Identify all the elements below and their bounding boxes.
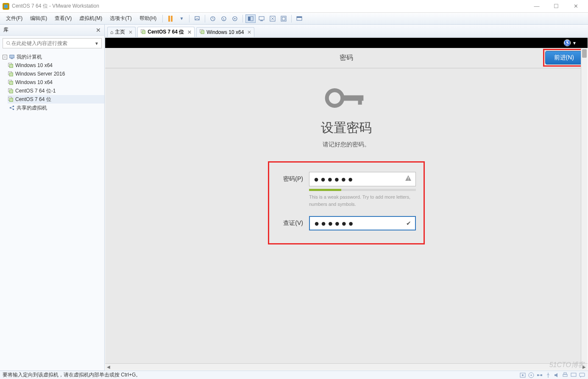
vm-content: 密码 前进(N) 设置密码 请记好您的密码。 密码(P): [105, 48, 588, 370]
svg-rect-1: [4, 5, 8, 8]
scroll-thumb[interactable]: [582, 49, 587, 58]
tree-item-label: CentOS 7 64 位-1: [15, 87, 56, 95]
warning-icon: [405, 175, 412, 183]
menu-tabs[interactable]: 选项卡(T): [106, 13, 135, 24]
svg-rect-33: [142, 31, 145, 34]
tree-item-vm[interactable]: Windows Server 2016: [8, 70, 104, 78]
vm-viewport[interactable]: ♿ ▼ 密码 前进(N) 设置密码 请记好您的密码。: [105, 38, 588, 370]
pause-button[interactable]: [165, 14, 176, 23]
svg-rect-28: [9, 98, 13, 101]
divider: [189, 15, 189, 22]
verify-label: 查证(V): [277, 219, 303, 227]
console-button[interactable]: [256, 14, 267, 23]
svg-rect-49: [571, 373, 576, 376]
tree-root-shared[interactable]: − 共享的虚拟机: [0, 104, 104, 112]
tree-item-vm[interactable]: CentOS 7 64 位-1: [8, 87, 104, 95]
verify-input[interactable]: ●●●●●● ✔: [309, 216, 416, 230]
menu-file[interactable]: 文件(F): [3, 13, 26, 24]
snapshot-button[interactable]: [208, 14, 218, 23]
highlight-next: 前进(N): [543, 49, 585, 67]
menu-view[interactable]: 查看(V): [51, 13, 75, 24]
svg-rect-39: [408, 177, 409, 179]
maximize-button[interactable]: ☐: [546, 0, 566, 13]
strength-fill: [309, 189, 341, 191]
tab-home[interactable]: ⌂主页✕: [107, 27, 136, 37]
tree-root-label: 我的计算机: [17, 53, 42, 61]
menu-edit[interactable]: 编辑(E): [27, 13, 50, 24]
titlebar: CentOS 7 64 位 - VMware Workstation — ☐ ✕: [0, 0, 588, 13]
tabs: ⌂主页✕ CentOS 7 64 位✕ Windows 10 x64✕: [105, 25, 588, 37]
key-icon: [321, 85, 372, 112]
sidebar-header-label: 库: [3, 26, 8, 34]
search-dropdown-icon[interactable]: ▼: [95, 41, 99, 46]
svg-rect-15: [297, 17, 302, 18]
svg-point-44: [531, 374, 532, 376]
computer-icon: [9, 54, 15, 60]
cd-icon[interactable]: [528, 372, 535, 379]
fullscreen-button[interactable]: [279, 14, 289, 23]
next-button[interactable]: 前进(N): [545, 51, 583, 65]
tab-windows[interactable]: Windows 10 x64✕: [196, 27, 254, 37]
power-dropdown[interactable]: ▼: [176, 14, 187, 23]
svg-rect-40: [408, 180, 409, 180]
vm-header-bar: 密码 前进(N): [105, 48, 588, 68]
search-box[interactable]: ▼: [3, 38, 102, 48]
password-input[interactable]: ●●●●●●: [309, 172, 416, 186]
svg-point-16: [7, 42, 10, 45]
sound-icon[interactable]: [553, 372, 560, 379]
tab-close-icon[interactable]: ✕: [187, 29, 192, 35]
divider: [242, 15, 243, 22]
tab-centos[interactable]: CentOS 7 64 位✕: [137, 27, 195, 37]
svg-rect-12: [281, 16, 286, 21]
tree-item-vm-selected[interactable]: CentOS 7 64 位: [8, 95, 104, 104]
vm-icon: [8, 62, 14, 68]
tree-root-mycomputer[interactable]: − 我的计算机: [0, 53, 104, 61]
page-heading: 设置密码: [105, 119, 588, 137]
vm-icon: [8, 79, 14, 85]
svg-rect-24: [9, 81, 13, 84]
window-title: CentOS 7 64 位 - VMware Workstation: [12, 3, 527, 10]
send-button[interactable]: [192, 14, 202, 23]
thumbnail-button[interactable]: [245, 14, 256, 23]
tab-close-icon[interactable]: ✕: [247, 29, 251, 35]
minimize-button[interactable]: —: [527, 0, 546, 13]
unity-button[interactable]: [294, 14, 304, 23]
vm-icon: [8, 71, 14, 77]
verify-value: ●●●●●●: [314, 219, 355, 228]
usb-icon[interactable]: [545, 372, 552, 379]
stretch-button[interactable]: [268, 14, 278, 23]
svg-rect-45: [537, 374, 539, 376]
tree-item-vm[interactable]: Windows 10 x64: [8, 78, 104, 87]
printer-icon[interactable]: [562, 372, 568, 379]
scrollbar-horizontal[interactable]: ◀ ▶: [105, 363, 588, 370]
menu-help[interactable]: 帮助(H): [136, 13, 160, 24]
tab-label: CentOS 7 64 位: [148, 28, 184, 36]
tab-close-icon[interactable]: ✕: [128, 29, 133, 35]
search-input[interactable]: [11, 40, 95, 46]
vm-icon: [8, 96, 14, 102]
snapshot-revert-button[interactable]: [230, 14, 240, 23]
svg-rect-9: [259, 17, 264, 20]
close-button[interactable]: ✕: [566, 0, 585, 13]
password-label: 密码(P): [277, 175, 303, 183]
dropdown-icon[interactable]: ▼: [572, 41, 577, 45]
tree-item-vm[interactable]: Windows 10 x64: [8, 61, 104, 70]
shared-icon: [9, 105, 15, 111]
disk-icon[interactable]: [519, 372, 526, 379]
menu-vm[interactable]: 虚拟机(M): [76, 13, 106, 24]
message-icon[interactable]: [579, 372, 585, 379]
scroll-left-icon[interactable]: ◀: [105, 364, 112, 371]
accessibility-icon[interactable]: ♿: [564, 39, 571, 46]
svg-rect-8: [251, 17, 253, 21]
svg-rect-48: [564, 373, 566, 374]
network-icon[interactable]: [536, 372, 543, 379]
svg-rect-20: [9, 64, 13, 67]
svg-rect-38: [358, 100, 362, 105]
snapshot-manage-button[interactable]: [219, 14, 229, 23]
sidebar-close-button[interactable]: ✕: [96, 27, 101, 34]
display-icon[interactable]: [570, 372, 577, 379]
collapse-icon[interactable]: −: [3, 55, 7, 59]
tab-label: 主页: [115, 28, 125, 36]
scrollbar-vertical[interactable]: [581, 48, 588, 363]
tab-label: Windows 10 x64: [206, 29, 244, 35]
